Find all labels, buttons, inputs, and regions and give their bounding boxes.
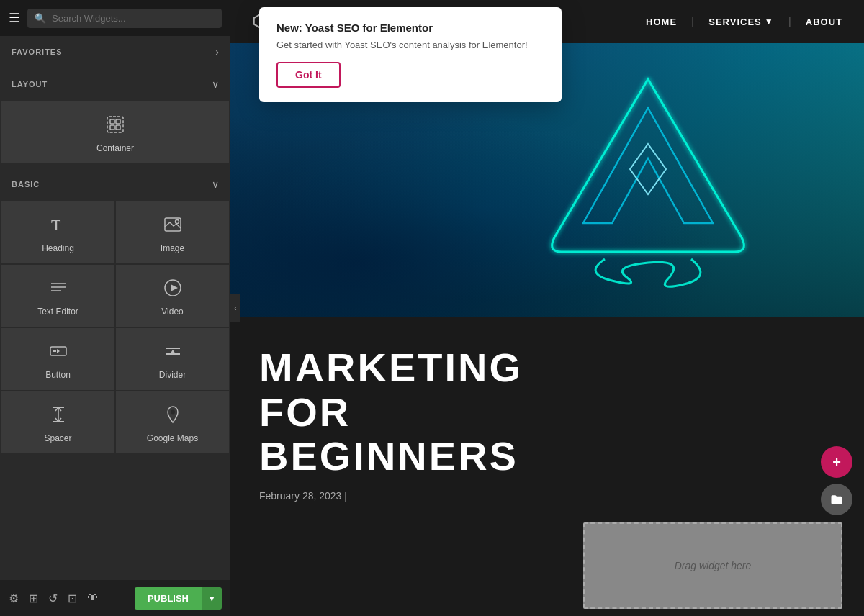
drop-zone-text: Drag widget here bbox=[675, 560, 752, 571]
nav-about[interactable]: ABOUT bbox=[806, 17, 842, 27]
nav-sep-1: | bbox=[691, 15, 694, 28]
button-label: Button bbox=[45, 370, 71, 380]
google-maps-label: Google Maps bbox=[147, 433, 198, 443]
nav-services[interactable]: SERVICES ▼ bbox=[708, 17, 773, 27]
basic-chevron-icon: ∨ bbox=[212, 178, 219, 190]
layers-icon[interactable]: ⊞ bbox=[29, 592, 38, 605]
divider-icon bbox=[163, 341, 183, 364]
title-line1: MARKETING bbox=[259, 345, 835, 390]
svg-rect-1 bbox=[110, 119, 114, 124]
heading-label: Heading bbox=[42, 243, 74, 253]
image-label: Image bbox=[161, 243, 184, 253]
google-maps-icon bbox=[163, 404, 183, 427]
spacer-icon bbox=[48, 404, 68, 427]
preview-icon[interactable]: 👁 bbox=[87, 592, 99, 604]
container-label: Container bbox=[96, 143, 134, 153]
widget-divider[interactable]: Divider bbox=[116, 328, 229, 390]
svg-marker-12 bbox=[171, 284, 178, 291]
main-area: ⬡ EHOUR HOME | SERVICES ▼ | ABOUT bbox=[230, 0, 864, 616]
notification-popup: New: Yoast SEO for Elementor Get started… bbox=[259, 7, 562, 102]
bottom-icons-group: ⚙ ⊞ ↺ ⊡ 👁 bbox=[9, 592, 99, 605]
basic-section-header[interactable]: BASIC ∨ bbox=[0, 168, 230, 200]
sidebar: ☰ 🔍 FAVORITES › LAYOUT ∨ C bbox=[0, 0, 230, 616]
history-icon[interactable]: ↺ bbox=[48, 592, 58, 605]
widget-video[interactable]: Video bbox=[116, 265, 229, 327]
settings-icon[interactable]: ⚙ bbox=[9, 592, 19, 605]
fab-button-container: + bbox=[821, 446, 852, 515]
site-menu: HOME | SERVICES ▼ | ABOUT bbox=[646, 15, 842, 28]
content-meta: February 28, 2023 | bbox=[259, 490, 835, 502]
layout-label: LAYOUT bbox=[12, 80, 48, 89]
widget-container[interactable]: Container bbox=[1, 101, 229, 163]
text-editor-icon bbox=[48, 278, 68, 301]
basic-widgets-grid: T Heading Image bbox=[0, 200, 230, 458]
widget-text-editor[interactable]: Text Editor bbox=[1, 265, 114, 327]
svg-point-25 bbox=[171, 410, 175, 415]
layout-chevron-icon: ∨ bbox=[212, 78, 219, 90]
nav-home[interactable]: HOME bbox=[646, 17, 677, 27]
widget-heading[interactable]: T Heading bbox=[1, 201, 114, 263]
sidebar-bottom-bar: ⚙ ⊞ ↺ ⊡ 👁 PUBLISH ▾ bbox=[0, 580, 230, 616]
button-icon bbox=[48, 341, 68, 364]
fab-folder-button[interactable] bbox=[821, 484, 852, 515]
spacer-label: Spacer bbox=[44, 433, 71, 443]
widget-google-maps[interactable]: Google Maps bbox=[116, 391, 229, 453]
hamburger-icon[interactable]: ☰ bbox=[9, 10, 20, 26]
basic-label: BASIC bbox=[12, 180, 40, 189]
title-line2: FOR bbox=[259, 390, 835, 435]
video-label: Video bbox=[161, 307, 183, 317]
popup-title: New: Yoast SEO for Elementor bbox=[276, 22, 544, 34]
got-it-button[interactable]: Got It bbox=[276, 62, 341, 88]
image-icon bbox=[163, 214, 183, 237]
search-input[interactable] bbox=[52, 13, 215, 24]
heading-icon: T bbox=[48, 214, 68, 237]
widget-spacer[interactable]: Spacer bbox=[1, 391, 114, 453]
nav-sep-2: | bbox=[788, 15, 791, 28]
svg-rect-4 bbox=[116, 125, 120, 130]
svg-rect-3 bbox=[110, 125, 114, 130]
divider-label: Divider bbox=[159, 370, 186, 380]
fab-add-button[interactable]: + bbox=[821, 446, 852, 478]
search-icon: 🔍 bbox=[35, 13, 46, 24]
drop-zone[interactable]: Drag widget here bbox=[583, 522, 842, 609]
services-dropdown-icon: ▼ bbox=[765, 17, 774, 27]
favorites-chevron-icon: › bbox=[215, 46, 219, 58]
layout-section-header[interactable]: LAYOUT ∨ bbox=[0, 68, 230, 100]
content-title: MARKETING FOR BEGINNERS bbox=[259, 345, 835, 479]
svg-text:T: T bbox=[51, 217, 61, 233]
widget-button[interactable]: Button bbox=[1, 328, 114, 390]
favorites-section-header[interactable]: FAVORITES › bbox=[0, 36, 230, 68]
svg-point-7 bbox=[175, 220, 179, 224]
title-line3: BEGINNERS bbox=[259, 434, 835, 479]
text-editor-label: Text Editor bbox=[37, 307, 78, 317]
video-icon bbox=[163, 278, 183, 301]
layout-widgets-grid: Container bbox=[0, 100, 230, 168]
search-bar: 🔍 bbox=[27, 9, 222, 28]
collapse-sidebar-button[interactable]: ‹ bbox=[230, 294, 240, 322]
favorites-label: FAVORITES bbox=[12, 47, 63, 56]
publish-button[interactable]: PUBLISH bbox=[135, 587, 202, 610]
svg-rect-0 bbox=[107, 117, 123, 132]
publish-button-group: PUBLISH ▾ bbox=[135, 587, 222, 610]
neon-logo-svg bbox=[540, 65, 756, 295]
svg-rect-2 bbox=[116, 119, 120, 124]
responsive-icon[interactable]: ⊡ bbox=[68, 592, 77, 605]
container-icon bbox=[105, 114, 125, 137]
content-section: MARKETING FOR BEGINNERS February 28, 202… bbox=[230, 317, 864, 616]
publish-dropdown-button[interactable]: ▾ bbox=[202, 587, 222, 610]
sidebar-top-bar: ☰ 🔍 bbox=[0, 0, 230, 36]
popup-body: Get started with Yoast SEO's content ana… bbox=[276, 40, 544, 50]
widget-image[interactable]: Image bbox=[116, 201, 229, 263]
